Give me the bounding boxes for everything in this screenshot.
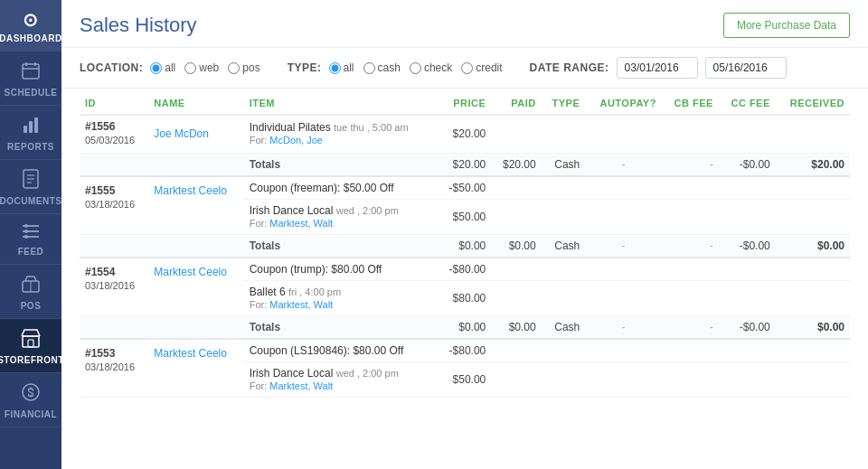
col-paid: PAID [491,89,541,115]
row-item: Irish Dance Local wed , 2:00 pm For: Mar… [244,361,438,397]
customer-name-link[interactable]: Marktest Ceelo [154,347,227,360]
sidebar-label-dashboard: DASHBOARD [0,33,62,43]
row-id-date: #1555 03/18/2016 [80,176,148,235]
sidebar: ⊙ DASHBOARD SCHEDULE REPORTS DOCUMENTS F… [0,0,61,469]
sidebar-item-storefront[interactable]: STOREFRONT [0,319,61,373]
location-filter: LOCATION: all web pos [80,61,260,74]
totals-label: Totals [244,234,438,258]
svg-rect-6 [34,117,38,133]
totals-type: Cash [542,234,586,258]
customer-name-link[interactable]: Joe McDon [154,127,209,140]
schedule-icon [21,61,41,85]
sidebar-item-reports[interactable]: REPORTS [0,106,61,160]
svg-rect-20 [28,340,33,347]
sidebar-label-reports: REPORTS [7,142,54,152]
date-to-input[interactable] [705,57,787,79]
table-row: #1553 03/18/2016 Marktest Ceelo Coupon (… [80,339,850,362]
totals-cc-fee: -$0.00 [719,315,776,339]
filter-bar: LOCATION: all web pos TYPE: all [61,48,868,89]
row-price: $50.00 [437,199,491,234]
sidebar-item-financial[interactable]: FINANCIAL [0,373,61,427]
svg-rect-0 [23,64,39,79]
col-name: NAME [148,89,243,115]
row-id-date: #1553 03/18/2016 [80,339,148,398]
sidebar-label-storefront: STOREFRONT [0,355,64,365]
feed-icon [21,223,41,244]
table-row: #1556 05/03/2016 Joe McDon Individual Pi… [80,115,850,153]
row-price: $80.00 [437,280,491,315]
table-row: #1555 03/18/2016 Marktest Ceelo Coupon (… [80,176,850,200]
col-cb-fee: CB FEE [662,89,719,115]
totals-label: Totals [244,153,438,176]
totals-autopay: - [585,234,662,258]
table-row: #1554 03/18/2016 Marktest Ceelo Coupon (… [80,258,850,281]
sidebar-label-documents: DOCUMENTS [0,196,61,206]
reports-icon [21,115,41,139]
svg-point-15 [24,230,28,233]
pos-icon [21,274,41,298]
totals-autopay: - [585,315,662,339]
dashboard-icon: ⊙ [23,9,39,31]
type-check[interactable]: check [410,61,452,74]
for-link[interactable]: Marktest, Walt [269,299,333,310]
for-link[interactable]: McDon, Joe [269,135,323,145]
type-cash[interactable]: cash [363,61,401,74]
totals-received: $20.00 [776,153,850,176]
for-link[interactable]: Marktest, Walt [269,380,333,391]
row-id-date: #1554 03/18/2016 [80,258,148,316]
totals-type: Cash [542,315,586,339]
sidebar-item-dashboard[interactable]: ⊙ DASHBOARD [0,0,61,52]
type-all[interactable]: all [329,61,354,74]
totals-autopay: - [585,153,662,176]
sidebar-label-schedule: SCHEDULE [4,88,57,98]
totals-received: $0.00 [776,315,850,339]
row-price: -$50.00 [437,176,491,200]
page-header: Sales History More Purchase Data [61,0,868,48]
documents-icon [22,169,40,193]
main-content: Sales History More Purchase Data LOCATIO… [61,0,868,469]
customer-name-link[interactable]: Marktest Ceelo [154,266,227,278]
col-cc-fee: CC FEE [719,89,776,115]
totals-cb-fee: - [662,234,719,258]
sidebar-item-feed[interactable]: FEED [0,214,61,265]
date-range-filter: DATE RANGE: [530,57,787,79]
sidebar-item-schedule[interactable]: SCHEDULE [0,52,61,106]
date-range-label: DATE RANGE: [530,61,609,74]
col-type: TYPE [542,89,586,115]
date-from-input[interactable] [617,57,698,79]
for-link[interactable]: Marktest, Walt [269,218,333,229]
totals-paid: $0.00 [491,315,541,339]
sidebar-item-pos[interactable]: POS [0,265,61,319]
col-price: PRICE [437,89,491,115]
totals-price: $20.00 [437,153,491,176]
row-id-date: #1556 05/03/2016 [80,115,148,153]
row-item: Irish Dance Local wed , 2:00 pm For: Mar… [244,199,438,234]
page-title: Sales History [80,14,197,37]
col-id: ID [80,89,148,115]
location-web[interactable]: web [184,61,219,74]
row-item: Coupon (trump): $80.00 Off [244,258,438,281]
sidebar-label-pos: POS [21,301,42,311]
location-pos[interactable]: pos [228,61,259,74]
totals-cc-fee: -$0.00 [719,153,776,176]
sales-table-wrapper: ID NAME ITEM PRICE PAID TYPE AUTOPAY? CB… [61,89,868,469]
totals-paid: $20.00 [491,153,541,176]
totals-label: Totals [244,315,438,339]
row-price: $20.00 [437,115,491,153]
row-price: $50.00 [437,361,491,397]
totals-received: $0.00 [776,234,850,258]
more-purchase-button[interactable]: More Purchase Data [723,13,850,38]
col-received: RECEIVED [776,89,850,115]
svg-point-14 [24,224,28,228]
totals-row: Totals $20.00 $20.00 Cash - - -$0.00 $20… [80,153,850,176]
type-filter: TYPE: all cash check credit [288,61,503,74]
sidebar-item-documents[interactable]: DOCUMENTS [0,160,61,214]
totals-paid: $0.00 [491,234,541,258]
row-item: Ballet 6 fri , 4:00 pm For: Marktest, Wa… [244,280,438,315]
svg-point-16 [24,235,28,239]
totals-cb-fee: - [662,153,719,176]
col-item: ITEM [244,89,438,115]
location-all[interactable]: all [150,61,175,74]
type-credit[interactable]: credit [461,61,502,74]
customer-name-link[interactable]: Marktest Ceelo [154,184,227,197]
